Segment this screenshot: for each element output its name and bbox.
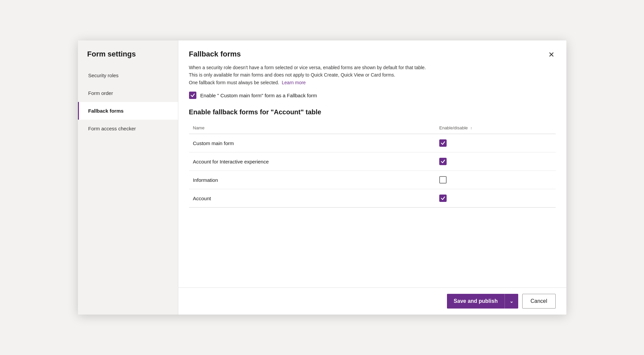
top-checkbox-label: Enable " Custom main form" form as a Fal…: [200, 93, 317, 98]
sidebar-title: Form settings: [78, 40, 178, 67]
cancel-button[interactable]: Cancel: [522, 294, 556, 309]
top-checkbox[interactable]: [189, 92, 196, 99]
row-checkbox-0[interactable]: [439, 139, 447, 147]
sidebar-item-fallback-forms[interactable]: Fallback forms: [78, 102, 178, 120]
sidebar-item-form-access-checker[interactable]: Form access checker: [78, 120, 178, 137]
description-line3: One fallback form must always be selecte…: [189, 80, 279, 85]
table-row: Account for Interactive experience: [189, 152, 556, 171]
table-cell-enable: [435, 152, 556, 171]
sidebar-item-form-order[interactable]: Form order: [78, 84, 178, 102]
top-checkbox-row: Enable " Custom main form" form as a Fal…: [189, 92, 556, 99]
sidebar-item-security-roles[interactable]: Security roles: [78, 67, 178, 84]
table-cell-name: Account for Interactive experience: [189, 152, 435, 171]
col-header-enable[interactable]: Enable/disable ↑: [435, 123, 556, 134]
save-publish-caret[interactable]: ⌄: [505, 294, 518, 309]
main-body: When a security role doesn't have a form…: [178, 60, 566, 287]
save-publish-button[interactable]: Save and publish ⌄: [447, 294, 518, 309]
form-settings-dialog: Form settings Security rolesForm orderFa…: [78, 40, 566, 315]
sort-icon: ↑: [470, 126, 472, 130]
table-body: Custom main form Account for Interactive…: [189, 134, 556, 208]
main-panel: Fallback forms ✕ When a security role do…: [178, 40, 566, 315]
close-button[interactable]: ✕: [547, 50, 556, 60]
table-cell-name: Information: [189, 171, 435, 189]
table-header: Name Enable/disable ↑: [189, 123, 556, 134]
fallback-forms-table: Name Enable/disable ↑ Custom main form A…: [189, 123, 556, 208]
section-heading: Enable fallback forms for "Account" tabl…: [189, 108, 556, 116]
description: When a security role doesn't have a form…: [189, 64, 556, 86]
table-row: Information: [189, 171, 556, 189]
main-header: Fallback forms ✕: [178, 40, 566, 60]
row-checkbox-3[interactable]: [439, 195, 447, 202]
footer: Save and publish ⌄ Cancel: [178, 287, 566, 315]
table-cell-enable: [435, 134, 556, 152]
table-row: Custom main form: [189, 134, 556, 152]
page-title: Fallback forms: [189, 50, 241, 58]
sidebar-nav: Security rolesForm orderFallback formsFo…: [78, 67, 178, 137]
sidebar: Form settings Security rolesForm orderFa…: [78, 40, 178, 315]
learn-more-link[interactable]: Learn more: [282, 80, 306, 85]
row-checkbox-2[interactable]: [439, 176, 447, 184]
table-cell-enable: [435, 171, 556, 189]
table-cell-name: Custom main form: [189, 134, 435, 152]
table-cell-enable: [435, 189, 556, 208]
description-line2: This is only available for main forms an…: [189, 72, 395, 78]
col-header-name: Name: [189, 123, 435, 134]
row-checkbox-1[interactable]: [439, 158, 447, 165]
table-row: Account: [189, 189, 556, 208]
save-publish-label: Save and publish: [447, 294, 505, 309]
description-line1: When a security role doesn't have a form…: [189, 65, 426, 70]
table-cell-name: Account: [189, 189, 435, 208]
